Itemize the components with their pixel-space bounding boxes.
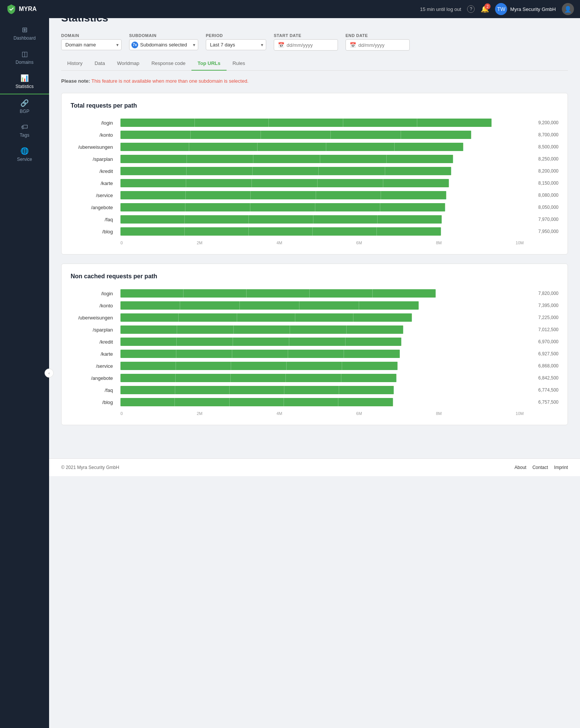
tab-top-urls[interactable]: Top URLs <box>191 57 226 71</box>
bar-fill <box>120 143 463 151</box>
subdomain-filter-label: SUBDOMAIN <box>129 33 198 38</box>
bar-value: 8,050,000 <box>528 205 558 210</box>
sidebar-item-tags[interactable]: 🏷 Tags <box>0 119 49 142</box>
bar-value: 6,927,500 <box>528 351 558 356</box>
period-filter: PERIOD Last 7 days <box>206 33 266 51</box>
end-date-label: END DATE <box>346 33 410 38</box>
bar-label: /kredit <box>71 168 116 174</box>
notifications-button[interactable]: 🔔 2 <box>481 5 489 13</box>
bar-fill <box>120 313 412 322</box>
non-cached-chart-section: Non cached requests per path /login7,820… <box>61 264 568 425</box>
bar-row: /uberweisungen8,500,000 <box>71 141 558 153</box>
footer-copyright: © 2021 Myra Security GmbH <box>61 465 119 470</box>
bar-track <box>120 143 524 151</box>
subdomain-filter: SUBDOMAIN Subdomains selected 7x <box>129 33 198 51</box>
footer-contact[interactable]: Contact <box>532 465 548 470</box>
bar-fill <box>120 119 492 127</box>
bar-row: /login7,820,000 <box>71 287 558 299</box>
bar-fill <box>120 398 393 406</box>
bar-track <box>120 289 524 298</box>
myra-logo[interactable]: MYRA <box>6 4 37 14</box>
session-text: 15 min until log out <box>420 6 461 12</box>
bar-fill <box>120 227 441 236</box>
bar-row: /service6,868,000 <box>71 360 558 372</box>
statistics-icon: 📊 <box>20 74 29 82</box>
bar-value: 7,970,000 <box>528 217 558 222</box>
sidebar: ⊞ Dashboard ◫ Domains 📊 Statistics 🔗 BGP… <box>0 18 49 476</box>
bar-track <box>120 325 524 334</box>
total-requests-chart-section: Total requests per path /login9,200,000/… <box>61 93 568 254</box>
period-select[interactable]: Last 7 days <box>206 39 266 50</box>
end-date-input[interactable] <box>358 42 404 48</box>
x-tick: 2M <box>197 241 202 245</box>
tab-data[interactable]: Data <box>88 57 111 71</box>
tab-rules[interactable]: Rules <box>227 57 251 71</box>
tab-history[interactable]: History <box>61 57 88 71</box>
help-button[interactable]: ? <box>467 5 475 13</box>
x-tick: 4M <box>276 411 282 416</box>
domain-filter: DOMAIN Domain name <box>61 33 122 51</box>
bar-row: /blog6,757,500 <box>71 396 558 408</box>
start-date-input[interactable] <box>287 42 332 48</box>
footer-about[interactable]: About <box>515 465 526 470</box>
calendar-icon: 📅 <box>278 42 284 48</box>
domain-select-wrap: Domain name <box>61 39 122 50</box>
notification-badge: 2 <box>484 3 491 9</box>
bar-label: /blog <box>71 399 116 405</box>
bar-label: /uberweisungen <box>71 144 116 150</box>
bar-fill <box>120 155 453 163</box>
bar-label: /login <box>71 120 116 126</box>
end-date-input-wrap: 📅 <box>346 39 410 51</box>
bar-track <box>120 301 524 310</box>
top-navigation: MYRA 15 min until log out ? 🔔 2 TW Myra … <box>0 0 580 18</box>
bar-track <box>120 119 524 127</box>
x-tick: 10M <box>516 241 524 245</box>
tab-response-code[interactable]: Response code <box>145 57 191 71</box>
sidebar-item-service[interactable]: 🌐 Service <box>0 142 49 167</box>
bar-label: /sparplan <box>71 156 116 162</box>
bar-row: /login9,200,000 <box>71 117 558 129</box>
bar-row: /faq7,970,000 <box>71 213 558 225</box>
bar-row: /blog7,950,000 <box>71 225 558 238</box>
account-icon[interactable]: 👤 <box>562 3 574 15</box>
bar-label: /login <box>71 291 116 296</box>
sidebar-item-label: Statistics <box>15 84 34 89</box>
bar-row: /konto7,395,000 <box>71 299 558 312</box>
total-x-axis: 02M4M6M8M10M <box>120 241 524 245</box>
period-filter-label: PERIOD <box>206 33 266 38</box>
sidebar-collapse-button[interactable]: ‹ <box>45 369 54 378</box>
bar-value: 8,700,000 <box>528 132 558 137</box>
bar-fill <box>120 301 419 310</box>
bar-value: 6,774,500 <box>528 387 558 393</box>
bar-value: 8,250,000 <box>528 156 558 162</box>
bar-value: 7,820,000 <box>528 291 558 296</box>
note-text: This feature is not available when more … <box>91 78 248 84</box>
domain-filter-label: DOMAIN <box>61 33 122 38</box>
non-cached-x-axis: 02M4M6M8M10M <box>120 411 524 416</box>
subdomain-select[interactable]: Subdomains selected <box>129 39 198 50</box>
start-date-input-wrap: 📅 <box>274 39 338 51</box>
sidebar-item-dashboard[interactable]: ⊞ Dashboard <box>0 21 49 45</box>
dashboard-icon: ⊞ <box>22 26 28 34</box>
x-tick: 6M <box>356 241 362 245</box>
domain-select[interactable]: Domain name <box>61 39 122 50</box>
bar-fill <box>120 362 398 370</box>
tab-worldmap[interactable]: Worldmap <box>111 57 145 71</box>
note: Please note: This feature is not availab… <box>61 78 568 84</box>
footer-imprint[interactable]: Imprint <box>554 465 568 470</box>
bar-row: /faq6,774,500 <box>71 384 558 396</box>
bar-label: /karte <box>71 351 116 357</box>
bar-row: /sparplan7,012,500 <box>71 324 558 336</box>
x-tick: 4M <box>276 241 282 245</box>
sidebar-item-domains[interactable]: ◫ Domains <box>0 45 49 69</box>
bar-value: 6,757,500 <box>528 399 558 405</box>
bar-value: 6,842,500 <box>528 375 558 381</box>
bar-fill <box>120 374 396 382</box>
user-menu[interactable]: TW Myra Security GmbH <box>495 3 556 15</box>
sidebar-item-bgp[interactable]: 🔗 BGP <box>0 94 49 119</box>
total-chart-title: Total requests per path <box>71 102 558 109</box>
bar-track <box>120 131 524 139</box>
sidebar-item-statistics[interactable]: 📊 Statistics <box>0 69 49 94</box>
bar-track <box>120 398 524 406</box>
bar-track <box>120 215 524 224</box>
